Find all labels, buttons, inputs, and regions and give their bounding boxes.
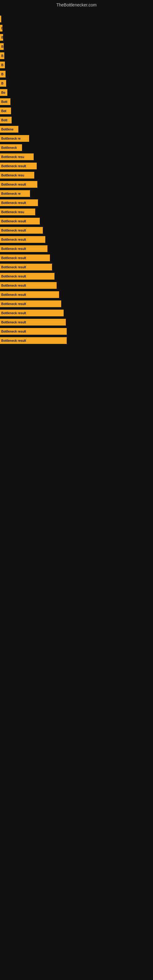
bar-row: B xyxy=(0,42,153,51)
bar-label: Bottleneck result xyxy=(1,164,26,168)
bar: B xyxy=(0,25,2,32)
bar-label: Bottleneck result xyxy=(1,229,26,232)
bar: Bottleneck result xyxy=(0,319,66,326)
bar: Bottleneck result xyxy=(0,328,67,335)
bar: Bottlene xyxy=(0,126,18,133)
bar-label: Bottleneck result xyxy=(1,201,26,205)
bar: Bottleneck result xyxy=(0,227,43,234)
bar-row: Bott xyxy=(0,116,153,124)
bar-row: B xyxy=(0,51,153,60)
bar-label: Bottleneck result xyxy=(1,321,26,324)
bar-label: Bo xyxy=(1,91,5,94)
bar-row: B xyxy=(0,33,153,41)
bar-label: Bottleneck resu xyxy=(1,155,24,159)
bar-row: Bot xyxy=(0,107,153,115)
bar-label: Bottleneck result xyxy=(1,302,26,305)
bar: B xyxy=(0,52,4,59)
bar: Bo xyxy=(0,89,7,96)
bar-label: Bottleneck result xyxy=(1,284,26,287)
bar-label: Bottleneck re xyxy=(1,137,21,140)
bar-row xyxy=(0,15,153,23)
bar-row: Bottleneck resu xyxy=(0,153,153,161)
bar: Bottleneck result xyxy=(0,236,45,243)
bar-row: B xyxy=(0,60,153,69)
bar-label: Bottleneck result xyxy=(1,183,26,186)
bar: Bottleneck resu xyxy=(0,208,35,215)
bar: Bottleneck re xyxy=(0,190,30,197)
bar: Bottleneck resu xyxy=(0,172,34,178)
bar-row: Bottleneck result xyxy=(0,263,153,271)
bar-label: Bott xyxy=(1,119,7,122)
bar-row: Bottleneck result xyxy=(0,318,153,326)
bar-label: B xyxy=(1,54,3,57)
bar-label: Bottleneck result xyxy=(1,266,26,269)
bar-row: Bottleneck resu xyxy=(0,208,153,216)
bar: B xyxy=(0,80,6,87)
bar-label: B xyxy=(1,45,3,48)
bar-row: Bottleneck result xyxy=(0,327,153,336)
bar-label: Bottleneck re xyxy=(1,192,21,196)
bar-row: Bottleneck xyxy=(0,143,153,152)
bar xyxy=(0,16,1,22)
bar-row: Bott xyxy=(0,97,153,106)
bar: Bott xyxy=(0,98,10,105)
bar-label: Bottleneck result xyxy=(1,339,26,342)
bar-row: Bottlene xyxy=(0,125,153,134)
bar-label: B xyxy=(1,27,2,30)
bar: Bottleneck result xyxy=(0,264,52,270)
bar: B xyxy=(0,43,4,50)
bar: Bottleneck result xyxy=(0,301,61,307)
bar: Bot xyxy=(0,108,11,114)
bar: Bottleneck result xyxy=(0,162,37,169)
bar-row: Bottleneck result xyxy=(0,226,153,235)
bar: Bottleneck xyxy=(0,144,22,151)
bars-container: BBBBBBBBoBottBotBottBottleneBottleneck r… xyxy=(0,9,153,345)
bar-row: Bottleneck result xyxy=(0,299,153,308)
bar: Bottleneck result xyxy=(0,273,54,280)
bar: Bottleneck re xyxy=(0,135,29,142)
bar-label: B xyxy=(1,64,3,67)
bar-label: Bottleneck result xyxy=(1,247,26,250)
bar: Bott xyxy=(0,117,12,123)
bar-row: Bottleneck result xyxy=(0,217,153,225)
bar: Bottleneck result xyxy=(0,181,37,188)
bar-label: Bottleneck result xyxy=(1,256,26,260)
bar-row: Bottleneck result xyxy=(0,235,153,244)
bar-label: Bottleneck result xyxy=(1,275,26,278)
bar-row: Bottleneck result xyxy=(0,281,153,290)
bar-label: B xyxy=(1,36,3,39)
bar-row: Bottleneck re xyxy=(0,134,153,143)
bar-label: Bottleneck result xyxy=(1,293,26,296)
bar-row: Bottleneck result xyxy=(0,309,153,317)
bar-row: B xyxy=(0,79,153,88)
bar-row: Bottleneck result xyxy=(0,290,153,299)
bar-label: Bottleneck result xyxy=(1,330,26,333)
bar-row: Bottleneck result xyxy=(0,199,153,207)
bar-row: Bottleneck result xyxy=(0,180,153,189)
bar-label: B xyxy=(1,73,3,76)
bar: Bottleneck result xyxy=(0,337,67,344)
bar-row: Bo xyxy=(0,88,153,97)
bar-label: Bottleneck resu xyxy=(1,173,24,177)
bar-label: Bott xyxy=(1,100,7,103)
bar: Bottleneck result xyxy=(0,255,50,261)
bar: Bottleneck result xyxy=(0,282,57,289)
bar-label: Bottleneck xyxy=(1,146,17,150)
bar-label: Bottleneck result xyxy=(1,220,26,223)
bar-row: Bottleneck result xyxy=(0,272,153,280)
bar: Bottleneck result xyxy=(0,199,38,206)
bar: Bottleneck result xyxy=(0,310,64,317)
bar-label: Bottlene xyxy=(1,128,13,131)
bar: Bottleneck result xyxy=(0,291,59,298)
bar-row: Bottleneck result xyxy=(0,162,153,170)
bar-row: Bottleneck re xyxy=(0,189,153,198)
bar-row: B xyxy=(0,24,153,32)
bar: Bottleneck result xyxy=(0,245,48,252)
bar-row: B xyxy=(0,70,153,78)
bar-row: Bottleneck resu xyxy=(0,171,153,180)
bar-row: Bottleneck result xyxy=(0,336,153,345)
bar-label: B xyxy=(1,82,3,85)
bar: Bottleneck resu xyxy=(0,153,33,160)
site-title: TheBottlenecker.com xyxy=(0,0,153,9)
bar-label: Bottleneck resu xyxy=(1,210,24,214)
